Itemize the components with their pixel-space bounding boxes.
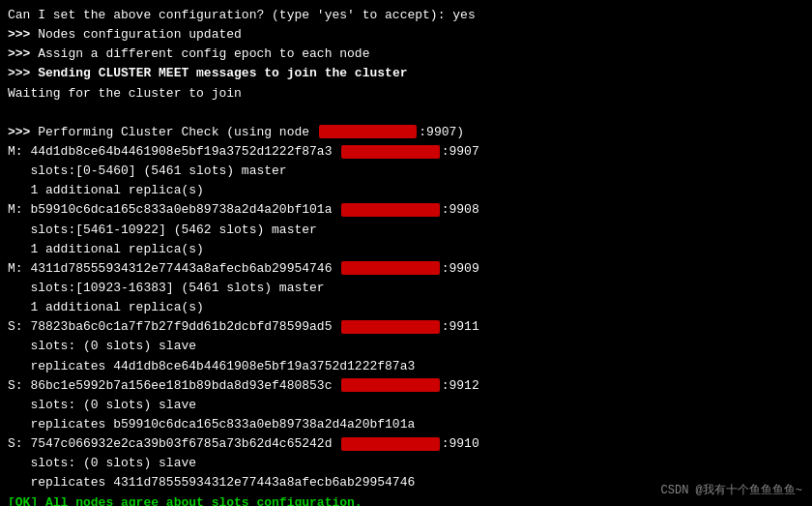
line-1: Can I set the above configuration? (type… xyxy=(8,6,804,25)
line-22: replicates b59910c6dca165c833a0eb89738a2… xyxy=(8,415,804,434)
line-5: Waiting for the cluster to join xyxy=(8,84,804,104)
terminal: Can I set the above configuration? (type… xyxy=(0,0,812,506)
line-8: M: 44d1db8ce64b4461908e5bf19a3752d1222f8… xyxy=(8,142,804,162)
line-4: >>> Sending CLUSTER MEET messages to joi… xyxy=(8,64,804,83)
line-10: 1 additional replica(s) xyxy=(8,181,804,200)
redacted-ip-6 xyxy=(341,378,439,392)
line-14: M: 4311d78555934312e77443a8afecb6ab29954… xyxy=(8,259,804,279)
line-18: slots: (0 slots) slave xyxy=(8,337,804,356)
redacted-ip-1 xyxy=(319,125,417,138)
redacted-ip-5 xyxy=(341,320,439,334)
line-20: S: 86bc1e5992b7a156ee181b89bda8d93ef4808… xyxy=(8,376,804,396)
line-6 xyxy=(8,104,804,123)
line-15: slots:[10923-16383] (5461 slots) master xyxy=(8,279,804,298)
line-9: slots:[0-5460] (5461 slots) master xyxy=(8,162,804,181)
line-12: slots:[5461-10922] (5462 slots) master xyxy=(8,221,804,240)
line-17: S: 78823ba6c0c1a7f7b27f9dd61b2dcbfd78599… xyxy=(8,317,804,337)
redacted-ip-7 xyxy=(341,437,439,451)
line-19: replicates 44d1db8ce64b4461908e5bf19a375… xyxy=(8,357,804,376)
line-16: 1 additional replica(s) xyxy=(8,298,804,317)
line-24: slots: (0 slots) slave xyxy=(8,454,804,473)
redacted-ip-3 xyxy=(341,203,439,217)
line-23: S: 7547c066932e2ca39b03f6785a73b62d4c652… xyxy=(8,434,804,454)
line-2: >>> Nodes configuration updated xyxy=(8,25,804,45)
line-7: >>> Performing Cluster Check (using node… xyxy=(8,123,804,142)
redacted-ip-2 xyxy=(341,145,439,159)
line-13: 1 additional replica(s) xyxy=(8,240,804,259)
footer-watermark: CSDN @我有十个鱼鱼鱼鱼~ xyxy=(661,482,802,498)
redacted-ip-4 xyxy=(341,261,439,275)
line-3: >>> Assign a different config epoch to e… xyxy=(8,45,804,64)
line-21: slots: (0 slots) slave xyxy=(8,396,804,415)
line-11: M: b59910c6dca165c833a0eb89738a2d4a20bf1… xyxy=(8,200,804,220)
